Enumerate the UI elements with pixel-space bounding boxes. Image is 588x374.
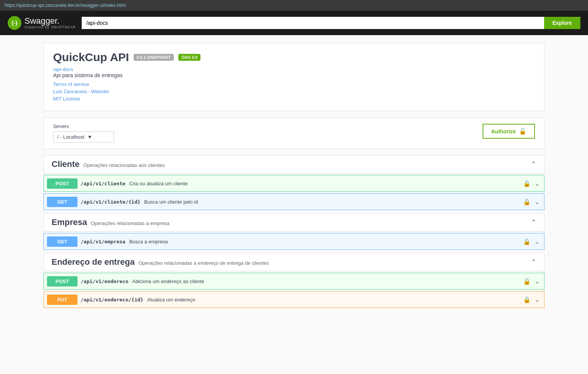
endpoint-summary: Cria ou atualiza um cliente — [129, 181, 523, 186]
api-title: QuickCup API — [53, 51, 129, 64]
api-url-link[interactable]: /api-docs — [53, 66, 73, 72]
chevron-up-icon: ⌃ — [531, 160, 536, 168]
swagger-logo: {-} Swagger. Supported by SMARTBEAR — [8, 16, 76, 30]
section-title-group: Empresa Operações relacionadas a empresa — [52, 217, 170, 227]
servers-label: Servers — [53, 124, 114, 129]
endpoint-method-badge: POST — [47, 276, 78, 287]
terms-link[interactable]: Terms of service — [53, 81, 535, 87]
main-content: QuickCup API 0.0.1-SNAPSHOT OAS 3.0 /api… — [34, 35, 554, 319]
chevron-up-icon: ⌃ — [531, 258, 536, 266]
browser-url: https://quickcup-api.zancanela.dev.br/sw… — [5, 3, 126, 8]
swagger-logo-text: Swagger. — [24, 17, 76, 25]
endpoint-chevron-down-icon: ⌄ — [535, 238, 540, 245]
servers-left: Servers / - Localhost ▼ — [53, 124, 114, 142]
endpoint-lock-icon: 🔒 — [523, 180, 531, 187]
chevron-up-icon: ⌃ — [531, 218, 536, 227]
endpoint-path: /api/v1/empresa — [81, 239, 125, 244]
section-title: Endereço de entrega — [52, 257, 135, 267]
header-search-container: Explore — [82, 17, 580, 29]
section-description: Operações relacionadas a empresa — [91, 220, 170, 226]
server-selected-value: / - Localhost — [57, 134, 84, 140]
endpoint-right: 🔒 ⌄ — [523, 296, 544, 303]
authorize-label: Authorize — [491, 128, 516, 134]
section-title-group: Endereço de entrega Operações relacionad… — [52, 257, 269, 267]
section-empresa: Empresa Operações relacionadas a empresa… — [44, 213, 544, 250]
section-title: Empresa — [52, 217, 87, 227]
section-cliente: Cliente Operações relacionadas aos clien… — [44, 155, 544, 210]
license-link[interactable]: MIT License — [53, 96, 535, 102]
endpoint-path: /api/v1/cliente — [81, 181, 125, 186]
website-link[interactable]: Luis Zancanela - Website — [53, 89, 535, 94]
endpoint-method-badge: PUT — [47, 295, 78, 305]
endpoint-row-post[interactable]: POST /api/v1/endereco Adiciona um endere… — [44, 273, 544, 290]
endpoint-lock-icon: 🔒 — [523, 296, 531, 303]
endpoint-lock-icon: 🔒 — [523, 198, 531, 206]
endpoint-row-post[interactable]: POST /api/v1/cliente Cria ou atualiza um… — [44, 175, 544, 192]
api-info-panel: QuickCup API 0.0.1-SNAPSHOT OAS 3.0 /api… — [44, 43, 544, 111]
swagger-header: {-} Swagger. Supported by SMARTBEAR Expl… — [0, 11, 588, 35]
server-select-dropdown[interactable]: / - Localhost ▼ — [53, 131, 114, 142]
endpoint-lock-icon: 🔒 — [523, 238, 531, 245]
section-header-empresa[interactable]: Empresa Operações relacionadas a empresa… — [44, 213, 544, 232]
endpoint-right: 🔒 ⌄ — [523, 180, 544, 187]
explore-button[interactable]: Explore — [544, 17, 580, 29]
endpoint-method-badge: GET — [47, 197, 78, 207]
chevron-down-icon: ▼ — [87, 134, 92, 140]
endpoint-path: /api/v1/endereco — [81, 278, 128, 284]
endpoint-chevron-down-icon: ⌄ — [535, 278, 540, 285]
endpoint-right: 🔒 ⌄ — [523, 198, 544, 206]
endpoint-path: /api/v1/cliente/{id} — [81, 199, 141, 205]
endpoint-summary: Busca um cliente pelo id — [144, 199, 523, 205]
endpoint-chevron-down-icon: ⌄ — [535, 198, 540, 206]
swagger-logo-sub: Supported by SMARTBEAR — [24, 25, 76, 29]
api-sections: Cliente Operações relacionadas aos clien… — [44, 155, 544, 308]
browser-bar: https://quickcup-api.zancanela.dev.br/sw… — [0, 0, 588, 11]
endpoint-chevron-down-icon: ⌄ — [535, 180, 540, 187]
endpoint-method-badge: GET — [47, 236, 78, 247]
section-title-group: Cliente Operações relacionadas aos clien… — [52, 159, 165, 169]
section-description: Operações relacionadas a endereço de ent… — [139, 260, 269, 266]
endpoint-summary: Adiciona um endereço ao cliente — [132, 278, 523, 284]
endpoint-lock-icon: 🔒 — [523, 278, 531, 285]
lock-icon: 🔓 — [519, 128, 527, 135]
endpoint-summary: Busca a empresa — [129, 239, 523, 244]
endpoint-summary: Atualiza um endereço — [147, 297, 523, 303]
api-title-row: QuickCup API 0.0.1-SNAPSHOT OAS 3.0 — [53, 51, 535, 64]
endpoint-right: 🔒 ⌄ — [523, 238, 544, 245]
section-description: Operações relacionadas aos clientes — [83, 162, 165, 168]
authorize-button[interactable]: Authorize 🔓 — [483, 124, 535, 139]
swagger-icon: {-} — [8, 16, 21, 30]
endpoint-row-get[interactable]: GET /api/v1/cliente/{id} Busca um client… — [44, 193, 544, 210]
endpoint-method-badge: POST — [47, 178, 78, 189]
endpoint-row-get[interactable]: GET /api/v1/empresa Busca a empresa 🔒 ⌄ — [44, 233, 544, 250]
oas-badge: OAS 3.0 — [178, 54, 200, 61]
section-header-endereco[interactable]: Endereço de entrega Operações relacionad… — [44, 253, 544, 271]
endpoint-chevron-down-icon: ⌄ — [535, 296, 540, 303]
snapshot-badge: 0.0.1-SNAPSHOT — [134, 54, 174, 61]
api-description: Api para sistema de entregas — [53, 72, 535, 78]
endpoint-path: /api/v1/endereco/{id} — [81, 297, 143, 303]
endpoint-right: 🔒 ⌄ — [523, 278, 544, 285]
section-title: Cliente — [52, 159, 79, 169]
section-header-cliente[interactable]: Cliente Operações relacionadas aos clien… — [44, 155, 544, 173]
endpoint-row-put[interactable]: PUT /api/v1/endereco/{id} Atualiza um en… — [44, 291, 544, 308]
api-docs-input[interactable] — [82, 17, 544, 29]
servers-section: Servers / - Localhost ▼ Authorize 🔓 — [44, 117, 544, 149]
section-endereco: Endereço de entrega Operações relacionad… — [44, 253, 544, 308]
